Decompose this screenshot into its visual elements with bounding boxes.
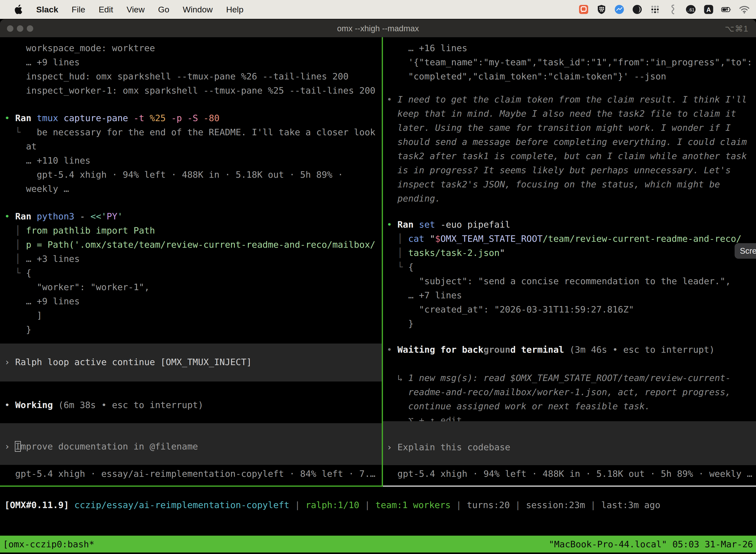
- terminal-line: │ cat "$OMX_TEAM_STATE_ROOT/team/review-…: [387, 232, 756, 246]
- tmux-host-clock: "MacBook-Pro-44.local" 05:03 31-Mar-26: [549, 539, 753, 549]
- ran-python3: • Ran python3 - <<'PY' │ from pathlib im…: [4, 209, 382, 337]
- terminal[interactable]: workspace_mode: worktree … +9 lines insp…: [0, 37, 756, 554]
- terminal-line: ]: [4, 308, 382, 322]
- usage-badge-icon[interactable]: ..61: [686, 4, 696, 15]
- menu-bar: Slack FileEditViewGoWindowHelp ..61A: [0, 0, 756, 19]
- session-summary-left: gpt-5.4 xhigh · essay/ai-reimplementatio…: [4, 466, 382, 481]
- window-shortcut-badge: ⌥⌘1: [725, 24, 749, 34]
- chat-app-icon[interactable]: [578, 4, 589, 15]
- screen-share-tooltip: Scre: [735, 243, 756, 259]
- terminal-line: │ from pathlib import Path: [4, 223, 382, 237]
- terminal-line: • Working (6m 38s • esc to interrupt): [4, 398, 382, 412]
- terminal-line: later. Using the same for transition mig…: [387, 121, 756, 135]
- terminal-line: • I need to get the claim token from the…: [387, 92, 756, 107]
- zoom-window-button[interactable]: [27, 25, 33, 32]
- terminal-line: "completed","claim_token":"claim-token"}…: [387, 69, 756, 84]
- thinking-text: • I need to get the claim token from the…: [387, 92, 756, 206]
- battery-icon[interactable]: [721, 4, 732, 15]
- terminal-line: └ be necessary for the end of the README…: [4, 125, 382, 139]
- terminal-line: "subject": "send a concise recommendatio…: [387, 274, 756, 288]
- pie-chart-icon[interactable]: [632, 4, 642, 15]
- menu-items: FileEditViewGoWindowHelp: [72, 5, 244, 14]
- waiting-status: • Waiting for background terminal (3m 46…: [387, 342, 756, 428]
- tmux-session-label: [omx-cczip0:bash*: [3, 539, 94, 549]
- tmux-status-bar: [omx-cczip0:bash* "MacBook-Pro-44.local"…: [0, 536, 756, 553]
- terminal-line: keep that in mind. Maybe I also need the…: [387, 107, 756, 121]
- working-status: • Working (6m 38s • esc to interrupt): [4, 398, 382, 412]
- terminal-line: weekly …: [4, 182, 382, 196]
- terminal-line: should send a message before completing …: [387, 135, 756, 149]
- terminal-line: gpt-5.4 xhigh · 94% left · 488K in · 5.1…: [387, 466, 756, 481]
- pane-border-bottom-left: [0, 486, 383, 487]
- terminal-line: }: [4, 322, 382, 337]
- terminal-line: ↳ 1 new msg(s): read $OMX_TEAM_STATE_ROO…: [387, 371, 756, 385]
- screen: Slack FileEditViewGoWindowHelp ..61A omx…: [0, 0, 756, 554]
- terminal-line: … +9 lines: [4, 294, 382, 308]
- ran-cat-task: • Ran set -euo pipefail │ cat "$OMX_TEAM…: [387, 217, 756, 331]
- terminal-line: … +110 lines: [4, 153, 382, 168]
- menu-item-view[interactable]: View: [126, 5, 145, 14]
- status-icons: ..61A: [578, 4, 756, 15]
- wifi-icon[interactable]: [739, 4, 750, 15]
- terminal-line: • Ran python3 - <<'PY': [4, 209, 382, 223]
- terminal-line: │ p = Path('.omx/state/team/review-curre…: [4, 237, 382, 252]
- menu-item-edit[interactable]: Edit: [99, 5, 113, 14]
- terminal-line: └ {: [387, 260, 756, 274]
- terminal-line: }: [387, 317, 756, 331]
- window-title: omx --xhigh --madmax: [337, 24, 419, 33]
- right-pane[interactable]: … +16 lines '{"team_name":"my-team","tas…: [383, 37, 756, 486]
- menu-item-file[interactable]: File: [72, 5, 85, 14]
- config-output: workspace_mode: worktree … +9 lines insp…: [4, 41, 382, 98]
- terminal-line: › Improve documentation in @filename: [4, 439, 382, 453]
- hook-squiggle-icon[interactable]: [668, 4, 678, 15]
- apple-menu-icon[interactable]: [14, 4, 23, 14]
- menu-item-window[interactable]: Window: [183, 5, 213, 14]
- input-source-icon[interactable]: A: [703, 4, 714, 15]
- terminal-line: '{"team_name":"my-team","task_id":"1","f…: [387, 55, 756, 69]
- left-pane[interactable]: workspace_mode: worktree … +9 lines insp…: [0, 37, 382, 486]
- prompt-input-right[interactable]: › Explain this codebase: [383, 421, 756, 465]
- shield-grid-icon[interactable]: [596, 4, 607, 15]
- minimize-window-button[interactable]: [17, 25, 23, 32]
- terminal-line: • Ran tmux capture-pane -t %25 -p -S -80: [4, 111, 382, 125]
- terminal-line: "created_at": "2026-03-31T11:59:27.816Z": [387, 302, 756, 317]
- active-app-name[interactable]: Slack: [36, 5, 58, 14]
- terminal-line: workspace_mode: worktree: [4, 41, 382, 55]
- terminal-line: … +7 lines: [387, 288, 756, 302]
- terminal-line: readme-and-reco/mailbox/worker-1.json, a…: [387, 385, 756, 399]
- terminal-line: │ tasks/task-2.json": [387, 246, 756, 260]
- terminal-line: gpt-5.4 xhigh · 94% left · 488K in · 5.1…: [4, 168, 382, 182]
- terminal-line: task2 after task1 is complete, but can I…: [387, 149, 756, 163]
- terminal-line: at: [4, 139, 382, 153]
- svg-text:A: A: [706, 6, 711, 13]
- dots-grid-icon[interactable]: [650, 4, 660, 15]
- terminal-line: • Waiting for background terminal (3m 46…: [387, 342, 756, 357]
- svg-text:..61: ..61: [687, 7, 694, 12]
- terminal-line: › Ralph loop active continue [OMX_TMUX_I…: [4, 355, 382, 369]
- terminal-line: inspect_hud: omx sparkshell --tmux-pane …: [4, 69, 382, 84]
- terminal-line: │ … +3 lines: [4, 252, 382, 266]
- terminal-line: └ {: [4, 266, 382, 280]
- omx-status-line: [OMX#0.11.9] cczip/essay/ai-reimplementa…: [4, 498, 756, 512]
- messenger-icon[interactable]: [614, 4, 625, 15]
- terminal-line: "worker": "worker-1",: [4, 280, 382, 294]
- terminal-line: … +16 lines: [387, 41, 756, 55]
- terminal-line: [OMX#0.11.9] cczip/essay/ai-reimplementa…: [4, 498, 756, 512]
- terminal-line: is in progress? It seems likely but perh…: [387, 163, 756, 177]
- terminal-line: • Ran set -euo pipefail: [387, 217, 756, 232]
- json-output-top: … +16 lines '{"team_name":"my-team","tas…: [387, 41, 756, 84]
- prompt-input-left[interactable]: › Improve documentation in @filename: [0, 423, 382, 465]
- terminal-line: continue assigned work or next feasible …: [387, 399, 756, 413]
- close-window-button[interactable]: [7, 25, 13, 32]
- pane-border-bottom-right: [383, 486, 756, 487]
- menu-item-go[interactable]: Go: [158, 5, 169, 14]
- ralph-loop-banner[interactable]: › Ralph loop active continue [OMX_TMUX_I…: [0, 343, 382, 382]
- menu-item-help[interactable]: Help: [226, 5, 244, 14]
- window-title-bar[interactable]: omx --xhigh --madmax ⌥⌘1: [0, 19, 756, 37]
- terminal-line: inspect task2's JSON, focusing on the st…: [387, 177, 756, 191]
- text-cursor: I: [15, 441, 20, 451]
- terminal-line: gpt-5.4 xhigh · essay/ai-reimplementatio…: [4, 466, 382, 481]
- terminal-line: [387, 357, 756, 371]
- terminal-line: inspect_worker-1: omx sparkshell --tmux-…: [4, 84, 382, 98]
- terminal-line: … +9 lines: [4, 55, 382, 69]
